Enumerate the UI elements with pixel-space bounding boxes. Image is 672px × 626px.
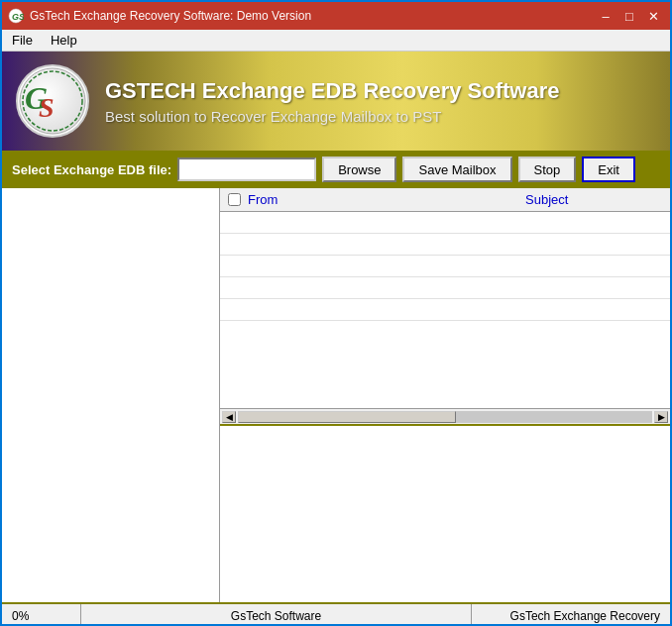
- scroll-left-arrow[interactable]: ◀: [222, 411, 236, 423]
- product-text: GsTech Exchange Recovery: [510, 609, 660, 623]
- scroll-right-arrow[interactable]: ▶: [654, 411, 668, 423]
- save-mailbox-button[interactable]: Save Mailbox: [402, 156, 511, 182]
- exit-button[interactable]: Exit: [582, 156, 635, 182]
- horizontal-scrollbar[interactable]: ◀ ▶: [220, 408, 670, 424]
- menu-help[interactable]: Help: [45, 31, 83, 50]
- scroll-thumb[interactable]: [238, 411, 456, 423]
- menu-file[interactable]: File: [6, 31, 39, 50]
- main-area: From Subject: [2, 188, 670, 602]
- header-text-block: GSTECH Exchange EDB Recovery Software Be…: [105, 78, 559, 125]
- browse-button[interactable]: Browse: [322, 156, 396, 182]
- table-row: [220, 277, 670, 299]
- header-banner: G S GSTECH Exchange EDB Recovery Softwar…: [2, 52, 670, 151]
- edb-input[interactable]: [177, 157, 316, 181]
- logo-inner: G S: [19, 67, 86, 135]
- list-header: From Subject: [220, 188, 670, 212]
- maximize-button[interactable]: □: [618, 6, 640, 26]
- close-button[interactable]: ✕: [642, 6, 664, 26]
- svg-text:GS: GS: [12, 12, 24, 22]
- right-panel: From Subject: [220, 188, 670, 602]
- title-text: GsTech Exchange Recovery Software: Demo …: [30, 9, 311, 23]
- logo: G S: [16, 64, 89, 138]
- table-row: [220, 256, 670, 277]
- title-controls: – □ ✕: [595, 6, 664, 26]
- stop-button[interactable]: Stop: [518, 156, 577, 182]
- toolbar-row: Select Exchange EDB file: Browse Save Ma…: [2, 151, 670, 188]
- scroll-track[interactable]: [238, 411, 652, 423]
- menu-bar: File Help: [2, 30, 670, 52]
- title-bar-left: GS GsTech Exchange Recovery Software: De…: [8, 8, 311, 24]
- status-company: GsTech Software: [81, 604, 472, 626]
- status-product: GsTech Exchange Recovery: [472, 604, 670, 626]
- status-bar: 0% GsTech Software GsTech Exchange Recov…: [2, 602, 670, 626]
- subject-column-header: Subject: [521, 192, 666, 207]
- title-bar: GS GsTech Exchange Recovery Software: De…: [2, 2, 670, 30]
- list-body[interactable]: [220, 212, 670, 408]
- header-checkbox-cell: [224, 193, 244, 206]
- company-text: GsTech Software: [231, 609, 321, 623]
- preview-area: [220, 424, 670, 602]
- logo-svg: G S: [19, 67, 86, 135]
- minimize-button[interactable]: –: [595, 6, 616, 26]
- left-panel: [2, 188, 220, 602]
- select-all-checkbox[interactable]: [228, 193, 241, 206]
- table-row: [220, 234, 670, 256]
- header-title: GSTECH Exchange EDB Recovery Software: [105, 78, 559, 104]
- edb-label: Select Exchange EDB file:: [12, 162, 171, 177]
- progress-text: 0%: [12, 609, 29, 623]
- header-subtitle: Best solution to Recover Exchange Mailbo…: [105, 108, 559, 125]
- svg-text:S: S: [39, 92, 55, 123]
- from-column-header: From: [244, 192, 521, 207]
- table-row: [220, 299, 670, 321]
- status-progress: 0%: [2, 604, 81, 626]
- app-icon: GS: [8, 8, 24, 24]
- table-row: [220, 212, 670, 234]
